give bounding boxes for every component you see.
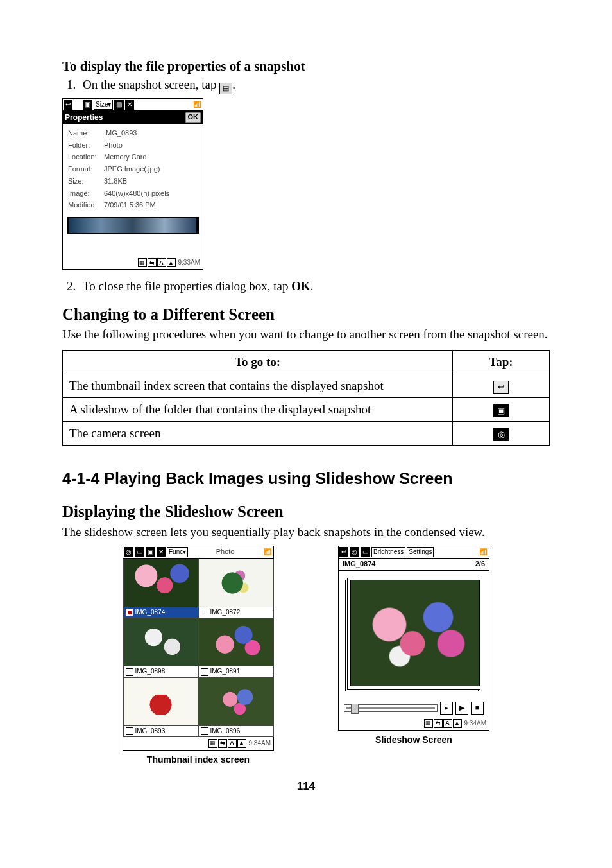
- play-button[interactable]: ▶: [455, 702, 468, 715]
- camera-nav-icon[interactable]: ◎: [493, 428, 509, 441]
- prop-value-modified: 7/09/01 5:36 PM: [104, 201, 156, 210]
- thumb-type-icon: [126, 727, 133, 735]
- slide-top-bar: ↩ ◎ ▭ Brightness Settings 📶: [339, 546, 489, 559]
- thumbnail-cell[interactable]: IMG_0872: [198, 559, 274, 619]
- step-1-text-b: .: [232, 78, 235, 91]
- prop-label-modified: Modified:: [68, 201, 104, 210]
- thumbnail-name: IMG_0893: [135, 727, 166, 736]
- heading-4-1-4: 4-1-4 Playing Back Images using Slidesho…: [62, 469, 550, 489]
- slideshow-caption: Slideshow Screen: [375, 734, 452, 746]
- menu-icon: ▦: [208, 739, 217, 748]
- view-icon: ▭: [361, 547, 370, 557]
- up-arrow-icon: ▲: [237, 739, 246, 748]
- folder-label: Photo: [189, 548, 262, 557]
- brightness-button[interactable]: Brightness: [371, 547, 405, 557]
- chevron-down-icon: ▾: [183, 548, 186, 557]
- thumb-type-icon: [126, 668, 133, 676]
- progress-slider[interactable]: [344, 704, 438, 712]
- step-2: To close the file properties dialog box,…: [79, 279, 550, 294]
- step-1: On the snapshot screen, tap ▤.: [79, 77, 550, 94]
- thumbnail-cell[interactable]: IMG_0891: [198, 618, 274, 678]
- thumbnail-grid: IMG_0874 IMG_0872 IMG_0898 IMG_0891 IMG_…: [123, 559, 273, 737]
- slide-controls: ▸ ▶ ■: [339, 698, 489, 717]
- prop-label-size: Size:: [68, 177, 104, 186]
- heading-display-slideshow: Displaying the Slideshow Screen: [62, 501, 550, 521]
- chevron-down-icon: ▾: [108, 101, 111, 109]
- thumbnail-cell[interactable]: IMG_0874: [123, 559, 199, 619]
- back-icon: ↩: [64, 100, 72, 110]
- thumbnail-name: IMG_0872: [210, 609, 241, 617]
- menu-icon: ▦: [424, 719, 433, 728]
- navigation-table: To go to: Tap: The thumbnail index scree…: [62, 350, 550, 446]
- slideshow-icon: ▣: [83, 100, 92, 110]
- prop-value-name: IMG_0893: [104, 129, 137, 138]
- size-dropdown: Size▾: [94, 100, 113, 110]
- slide-sub-bar: IMG_0874 2/6: [339, 559, 489, 571]
- text-a-icon: A: [228, 739, 237, 748]
- properties-icon: ▤: [219, 83, 232, 94]
- thumbnail-index-icon[interactable]: ↩: [493, 381, 509, 394]
- nav-row-thumb-text: The thumbnail index screen that contains…: [63, 374, 453, 397]
- ok-button[interactable]: OK: [185, 112, 201, 123]
- thumb-type-icon: [126, 609, 133, 616]
- thumbnail-name: IMG_0874: [135, 609, 166, 617]
- clock-time: 9:33AM: [178, 259, 200, 267]
- paragraph-display-slideshow: The slideshow screen lets you sequential…: [62, 525, 550, 540]
- thumbnail-cell[interactable]: IMG_0896: [198, 677, 274, 738]
- thumb-bottom-bar: ▦ ⇆ A ▲ 9:34AM: [123, 737, 273, 750]
- prop-label-format: Format:: [68, 165, 104, 174]
- nav-row-slideshow-text: A slideshow of the folder that contains …: [63, 397, 453, 421]
- clock-time: 9:34AM: [249, 740, 271, 748]
- settings-button[interactable]: Settings: [407, 547, 434, 557]
- thumb-type-icon: [201, 668, 208, 676]
- properties-toolbar-icon: ▤: [114, 100, 124, 110]
- camera-icon: ◎: [350, 547, 359, 557]
- stop-button[interactable]: ■: [471, 702, 484, 715]
- slide-image-stack: [344, 576, 484, 693]
- prop-value-image: 640(w)x480(h) pixels: [104, 189, 169, 198]
- antenna-icon: 📶: [192, 100, 202, 109]
- delete-small-icon: ✕: [157, 547, 166, 557]
- slideshow-screenshot: ↩ ◎ ▭ Brightness Settings 📶 IMG_0874 2/6: [338, 546, 489, 731]
- back-icon: ↩: [339, 547, 348, 557]
- step-button[interactable]: ▸: [440, 702, 453, 715]
- device-bottom-bar: ▦ ⇆ A ▲ 9:33AM: [63, 257, 203, 269]
- prop-value-location: Memory Card: [104, 153, 147, 162]
- thumbnail-cell[interactable]: IMG_0898: [123, 618, 199, 678]
- step-2-ok: OK: [291, 279, 310, 293]
- slideshow-nav-icon[interactable]: ▣: [493, 404, 509, 417]
- func-dropdown: Func▾: [167, 547, 188, 557]
- slide-image-name: IMG_0874: [343, 560, 375, 569]
- prop-value-size: 31.8KB: [104, 177, 127, 186]
- thumbnail-caption: Thumbnail index screen: [147, 754, 250, 766]
- up-arrow-icon: ▲: [453, 719, 462, 728]
- delete-icon: ✕: [125, 100, 134, 110]
- nav-header-goto: To go to:: [63, 350, 453, 374]
- prop-label-location: Location:: [68, 153, 104, 162]
- thumbnail-cell[interactable]: IMG_0893: [123, 677, 199, 738]
- heading-changing-screen: Changing to a Different Screen: [62, 304, 550, 324]
- device-top-bar: ↩ ▣ Size▾ ▤ ✕ 📶: [63, 99, 203, 111]
- properties-title-bar: Properties OK: [63, 111, 203, 124]
- antenna-icon: 📶: [262, 548, 273, 557]
- prop-label-folder: Folder:: [68, 141, 104, 150]
- page-number: 114: [62, 779, 550, 793]
- clock-time: 9:34AM: [464, 720, 486, 728]
- paragraph-changing-screen: Use the following procedures when you wa…: [62, 327, 550, 342]
- nav-row-camera-text: The camera screen: [63, 421, 453, 445]
- slide-bottom-bar: ▦ ⇆ A ▲ 9:34AM: [339, 717, 489, 730]
- thumbnail-name: IMG_0896: [210, 727, 241, 736]
- prop-value-format: JPEG Image(.jpg): [104, 165, 160, 174]
- camera-icon: ◎: [124, 547, 133, 557]
- menu-icon: ▦: [138, 258, 147, 267]
- sync-icon: ⇆: [434, 719, 443, 728]
- slide-current-image: [350, 580, 480, 686]
- properties-screenshot: ↩ ▣ Size▾ ▤ ✕ 📶 Properties OK Name:IMG_0…: [62, 98, 203, 270]
- properties-title: Properties: [65, 113, 103, 123]
- slide-counter: 2/6: [475, 560, 485, 569]
- step-2-text-a: To close the file properties dialog box,…: [83, 279, 291, 293]
- thumb-type-icon: [201, 727, 208, 735]
- step-2-text-c: .: [310, 279, 314, 293]
- thumbnail-strip: [67, 217, 199, 234]
- thumb-type-icon: [201, 609, 208, 616]
